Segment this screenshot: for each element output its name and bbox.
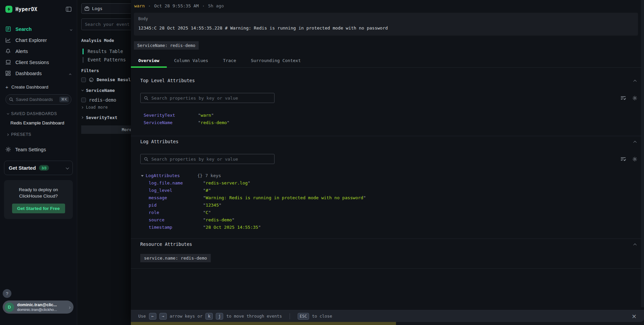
sidebar-item-alerts[interactable]: Alerts [0,46,77,57]
attribute-key[interactable]: message [149,194,203,202]
esc-key[interactable]: ESC [298,313,309,320]
gear-icon[interactable] [632,96,637,101]
filters-label: Filters [81,68,99,73]
source-select-label: Logs [92,6,102,11]
log-attributes-group-row[interactable]: LogAttributes {} 7 keys [140,172,639,179]
sidebar-item-search[interactable]: Search [0,23,77,35]
caret-down-icon [141,175,144,177]
load-more-label: Load more [86,105,108,110]
tab-overview[interactable]: Overview [131,55,167,67]
attribute-key[interactable]: timestamp [149,224,203,231]
denoise-checkbox[interactable] [81,77,86,82]
get-started-toggle[interactable]: Get Started 3/3 [4,161,73,175]
analysis-mode-results-table[interactable]: Results Table [83,47,126,56]
user-menu[interactable]: D dominic.tran@clic... dominic.tran@clic… [3,301,73,314]
severitytext-group-toggle[interactable]: SeverityText [81,115,117,120]
arrow-right-key[interactable]: → [159,313,167,320]
analysis-mode-event-patterns[interactable]: Event Patterns [83,56,126,64]
quote: " [208,188,211,193]
attribute-value[interactable]: "28 Oct 2025 14:55:35" [203,224,261,231]
log-attributes-search-row [140,154,639,164]
line-wrap-icon[interactable] [621,96,626,101]
attribute-key[interactable]: log_level [149,187,203,194]
value-text: redis-demo [206,217,232,222]
more-filters-button[interactable]: More filte [81,125,131,134]
tab-column-values[interactable]: Column Values [167,55,216,67]
collapse-section-icon[interactable] [634,242,637,247]
line-wrap-icon[interactable] [621,157,626,162]
servicename-group-toggle[interactable]: ServiceName [81,88,115,93]
user-name: dominic.tran@clic... [17,303,57,307]
help-button[interactable]: ? [3,289,11,298]
filter-option-redis-demo[interactable]: redis-demo [81,97,116,103]
saved-dashboards-search[interactable]: ⌘K [5,94,71,105]
sidebar-item-dashboards[interactable]: Dashboards [0,68,77,79]
collapse-section-icon[interactable] [634,78,637,83]
quote: " [232,217,235,222]
presets-header: PRESETS [11,132,31,137]
footer-close-text: to close [312,314,332,319]
top-level-property-search[interactable] [140,93,275,103]
attribute-value[interactable]: "redis-server.log" [203,179,250,187]
quote: " [258,225,261,230]
get-started-free-button[interactable]: Get Started for Free [12,204,65,213]
source-select[interactable]: Logs [81,3,131,14]
close-icon[interactable]: × [632,313,637,320]
denoise-results-row[interactable]: Denoise Resul [81,77,131,82]
collapse-sidebar-icon[interactable] [66,7,71,12]
cloud-card-line1: Ready to deploy on [7,186,69,193]
redis-demo-checkbox[interactable] [81,98,86,102]
group-key[interactable]: LogAttributes [146,172,197,179]
attribute-value[interactable]: "C" [203,209,211,216]
saved-dashboards-section-toggle[interactable]: SAVED DASHBOARDS [7,111,71,116]
section-divider [131,136,644,136]
attribute-value[interactable]: "12345" [203,202,221,209]
quote: " [203,188,206,193]
value-text: # [206,188,208,193]
attribute-value[interactable]: "redis-demo" [198,119,230,126]
quote: " [203,195,206,200]
attribute-key[interactable]: pid [149,202,203,209]
attribute-value[interactable]: "warn" [198,112,214,119]
j-key[interactable]: j [216,313,223,320]
attribute-key[interactable]: ServiceName [144,119,198,126]
footer-use-text: Use [138,314,146,319]
k-key[interactable]: k [205,313,213,320]
sidebar-item-client-sessions[interactable]: Client Sessions [0,57,77,68]
scrollbar[interactable] [641,0,644,307]
attribute-value[interactable]: "#" [203,187,211,194]
resource-attribute-tag[interactable]: service.name: redis-demo [140,254,211,262]
tab-trace[interactable]: Trace [215,55,243,67]
create-dashboard-button[interactable]: + Create Dashboard [5,84,71,90]
collapse-section-icon[interactable] [634,139,637,144]
sidebar-item-redis-example-dashboard[interactable]: Redis Example Dashboard [10,120,71,125]
attribute-key[interactable]: source [149,216,203,224]
attribute-key[interactable]: role [149,209,203,216]
attribute-row: timestamp"28 Oct 2025 14:55:35" [140,224,639,231]
load-more-button[interactable]: Load more [81,105,108,110]
gear-icon[interactable] [632,157,637,162]
log-attributes-property-search[interactable] [140,154,275,164]
log-attributes-header: Log Attributes [140,139,639,144]
event-search-input[interactable] [85,22,131,27]
attribute-value[interactable]: "Warning: Redis is running in protected … [203,194,366,202]
presets-section-toggle[interactable]: PRESETS [7,132,71,137]
detail-tabs: OverviewColumn ValuesTraceSurrounding Co… [131,55,644,68]
sidebar-item-chart-explorer[interactable]: Chart Explorer [0,35,77,46]
tab-surrounding-context[interactable]: Surrounding Context [244,55,308,67]
attribute-key[interactable]: SeverityText [144,112,198,119]
sidebar-item-team-settings[interactable]: Team Settings [5,147,71,152]
get-started-label: Get Started [9,165,36,171]
analysis-mode-label: Analysis Mode [81,38,114,43]
top-level-search-input[interactable] [151,96,271,101]
quote: " [198,120,201,125]
attribute-key[interactable]: log.file.name [149,179,203,187]
arrow-left-key[interactable]: ← [149,313,156,320]
log-attributes-search-input[interactable] [151,157,271,162]
group-meta: {} 7 keys [197,172,221,179]
attribute-value[interactable]: "redis-demo" [203,216,235,224]
saved-dashboards-input[interactable] [16,97,53,102]
event-search-box[interactable] [81,18,131,30]
get-started-progress-badge: 3/3 [39,165,49,171]
service-name-tag[interactable]: ServiceName: redis-demo [134,41,199,50]
